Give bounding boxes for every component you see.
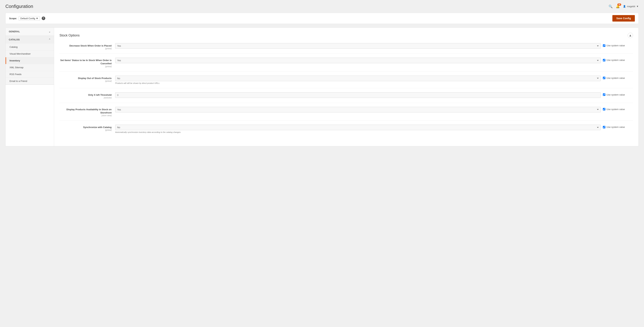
user-icon: 👤 <box>623 5 626 8</box>
main-content: GENERAL ⌄ CATALOG ⌃ Catalog Visual Merch… <box>6 27 638 146</box>
section-title: Stock Options <box>60 33 80 37</box>
select-set-items-status[interactable]: Yes No <box>115 58 601 63</box>
system-value-label-set-items-status: Use system value <box>606 59 625 61</box>
sidebar-item-rss-feeds-label: RSS Feeds <box>10 73 22 76</box>
notification-badge: 39 <box>618 3 621 6</box>
config-row-decrease-stock: Decrease Stock When Order is Placed [glo… <box>60 43 633 54</box>
help-question-mark: ? <box>43 17 44 19</box>
config-label-only-x-left: Only X left Threshold <box>88 94 112 96</box>
catalog-chevron-icon: ⌃ <box>48 38 51 41</box>
sidebar-item-inventory[interactable]: Inventory <box>6 57 54 64</box>
config-row-only-x-left: Only X left Threshold [website] Use syst… <box>60 92 633 103</box>
config-label-set-items-status: Set Items' Status to be In Stock When Or… <box>60 59 112 65</box>
page-header: Configuration 🔍 🔔 39 👤 magebit ▼ <box>6 3 638 9</box>
config-scope-set-items-status: [global] <box>60 65 112 67</box>
user-menu-button[interactable]: 👤 magebit ▼ <box>623 5 638 8</box>
help-icon[interactable]: ? <box>42 16 45 20</box>
config-label-display-availability: Display Products Availability in Stock o… <box>66 108 112 114</box>
username-label: magebit <box>627 5 635 8</box>
sidebar-section-catalog: CATALOG ⌃ Catalog Visual Merchandiser In… <box>6 36 54 85</box>
sidebar-catalog-items: Catalog Visual Merchandiser Inventory XM… <box>6 44 54 85</box>
user-chevron-icon: ▼ <box>636 5 638 8</box>
system-value-label-decrease-stock: Use system value <box>606 44 625 47</box>
sidebar-item-inventory-label: Inventory <box>10 59 20 62</box>
scope-bar: Scope: Default Config ▼ ? Save Config <box>6 13 638 24</box>
config-note-display-out-of-stock: Products will still be shown by direct p… <box>115 82 601 84</box>
sidebar-item-email-to-a-friend-label: Email to a Friend <box>10 80 27 82</box>
sidebar-item-visual-merchandiser-label: Visual Merchandiser <box>10 52 31 55</box>
section-title-bar: Stock Options ▲ <box>60 33 633 38</box>
scope-label: Scope: <box>9 17 17 20</box>
checkbox-only-x-left[interactable] <box>603 93 605 96</box>
config-label-col-decrease-stock: Decrease Stock When Order is Placed [glo… <box>60 43 115 49</box>
page-wrapper: Configuration 🔍 🔔 39 👤 magebit ▼ Scope: … <box>0 0 644 327</box>
config-row-set-items-status: Set Items' Status to be In Stock When Or… <box>60 58 633 71</box>
notification-button[interactable]: 🔔 39 <box>616 4 620 8</box>
select-display-out-of-stock[interactable]: No Yes <box>115 76 601 81</box>
save-config-button[interactable]: Save Config <box>612 15 635 21</box>
config-input-only-x-left <box>115 92 601 98</box>
input-only-x-left[interactable] <box>115 92 601 98</box>
system-value-col-decrease-stock: Use system value <box>601 43 633 47</box>
scope-chevron-icon: ▼ <box>36 17 38 20</box>
header-actions: 🔍 🔔 39 👤 magebit ▼ <box>608 4 638 8</box>
sidebar-section-catalog-label: CATALOG <box>9 38 20 41</box>
config-label-display-out-of-stock: Display Out of Stock Products <box>78 77 112 79</box>
sidebar-item-rss-feeds[interactable]: RSS Feeds <box>6 71 54 78</box>
sidebar-section-general: GENERAL ⌄ <box>6 28 54 36</box>
sidebar: GENERAL ⌄ CATALOG ⌃ Catalog Visual Merch… <box>6 28 54 146</box>
sidebar-item-email-to-a-friend[interactable]: Email to a Friend <box>6 78 54 85</box>
checkbox-wrapper-set-items-status: Use system value <box>603 59 625 61</box>
checkbox-display-out-of-stock[interactable] <box>603 77 605 79</box>
config-scope-display-out-of-stock: [global] <box>60 80 112 82</box>
select-display-availability[interactable]: Yes No <box>115 107 601 112</box>
sidebar-section-general-label: GENERAL <box>9 30 20 33</box>
sidebar-section-general-header[interactable]: GENERAL ⌄ <box>6 28 54 35</box>
sidebar-item-xml-sitemap[interactable]: XML Sitemap <box>6 64 54 71</box>
sidebar-item-visual-merchandiser[interactable]: Visual Merchandiser <box>6 50 54 57</box>
config-scope-only-x-left: [website] <box>60 97 112 99</box>
checkbox-wrapper-synchronize-catalog: Use system value <box>603 126 625 128</box>
config-label-decrease-stock: Decrease Stock When Order is Placed <box>69 44 112 47</box>
config-note-synchronize-catalog: Automatically synchronize inventory data… <box>115 131 601 133</box>
config-label-col-display-availability: Display Products Availability in Stock o… <box>60 107 115 117</box>
config-row-synchronize-catalog: Synchronize with Catalog [global] No Yes… <box>60 125 633 137</box>
select-synchronize-catalog[interactable]: No Yes <box>115 125 601 130</box>
search-button[interactable]: 🔍 <box>608 4 612 8</box>
system-value-col-set-items-status: Use system value <box>601 58 633 61</box>
system-value-label-synchronize-catalog: Use system value <box>606 126 625 128</box>
sidebar-section-catalog-header[interactable]: CATALOG ⌃ <box>6 36 54 44</box>
sidebar-item-catalog[interactable]: Catalog <box>6 44 54 50</box>
checkbox-wrapper-decrease-stock: Use system value <box>603 44 625 47</box>
sidebar-item-xml-sitemap-label: XML Sitemap <box>10 66 24 69</box>
checkbox-decrease-stock[interactable] <box>603 44 605 47</box>
config-input-display-out-of-stock: No Yes Products will still be shown by d… <box>115 76 601 84</box>
config-input-set-items-status: Yes No <box>115 58 601 63</box>
scope-value: Default Config <box>20 17 35 20</box>
system-value-col-display-out-of-stock: Use system value <box>601 76 633 79</box>
scope-select-dropdown[interactable]: Default Config ▼ <box>19 16 40 21</box>
config-label-col-synchronize-catalog: Synchronize with Catalog [global] <box>60 125 115 131</box>
collapse-icon[interactable]: ▲ <box>628 33 633 38</box>
config-label-synchronize-catalog: Synchronize with Catalog <box>83 126 112 129</box>
config-scope-decrease-stock: [global] <box>60 47 112 49</box>
config-input-synchronize-catalog: No Yes Automatically synchronize invento… <box>115 125 601 133</box>
checkbox-wrapper-display-out-of-stock: Use system value <box>603 77 625 79</box>
system-value-label-display-availability: Use system value <box>606 108 625 111</box>
search-icon: 🔍 <box>608 5 612 8</box>
checkbox-synchronize-catalog[interactable] <box>603 126 605 128</box>
system-value-col-synchronize-catalog: Use system value <box>601 125 633 128</box>
config-input-decrease-stock: Yes No <box>115 43 601 49</box>
config-label-col-display-out-of-stock: Display Out of Stock Products [global] <box>60 76 115 82</box>
right-panel: Stock Options ▲ Decrease Stock When Orde… <box>54 28 638 146</box>
config-label-col-set-items-status: Set Items' Status to be In Stock When Or… <box>60 58 115 67</box>
select-decrease-stock[interactable]: Yes No <box>115 43 601 49</box>
checkbox-wrapper-display-availability: Use system value <box>603 108 625 111</box>
config-row-display-out-of-stock: Display Out of Stock Products [global] N… <box>60 76 633 88</box>
scope-left: Scope: Default Config ▼ ? <box>9 16 45 21</box>
checkbox-set-items-status[interactable] <box>603 59 605 61</box>
system-value-col-display-availability: Use system value <box>601 107 633 111</box>
checkbox-display-availability[interactable] <box>603 108 605 110</box>
config-label-col-only-x-left: Only X left Threshold [website] <box>60 92 115 99</box>
system-value-label-only-x-left: Use system value <box>606 93 625 96</box>
